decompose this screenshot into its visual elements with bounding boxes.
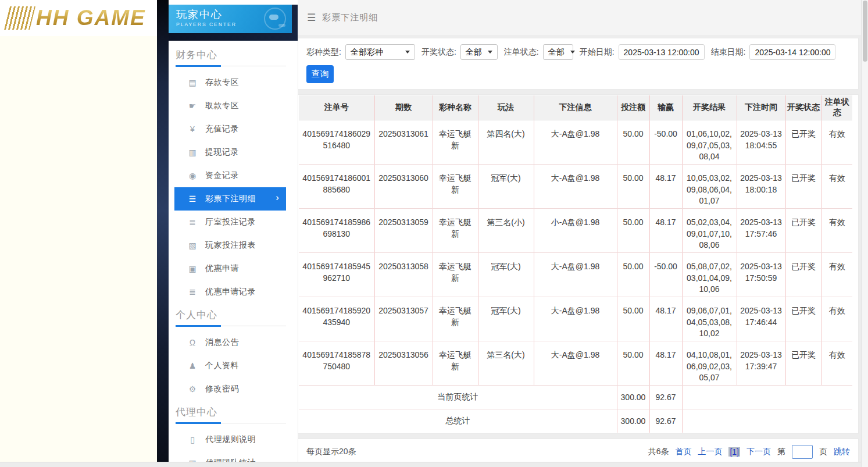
sidebar-item-label: 优惠申请记录 <box>205 287 256 297</box>
divider-accent <box>176 65 221 67</box>
sidebar-item-profile[interactable]: ♟个人资料 <box>169 354 298 377</box>
sidebar-item-agent-rules[interactable]: ▯代理规则说明 <box>169 428 298 451</box>
withdraw-hand-icon: ☛ <box>187 101 198 110</box>
table-cell: 有效 <box>821 253 852 297</box>
column-header: 投注额 <box>617 95 649 120</box>
table-cell: 2025-03-13 18:00:18 <box>737 165 785 209</box>
table-cell: -50.00 <box>649 253 682 297</box>
sidebar-item-lottery-bet-details[interactable]: ☰彩票下注明细› <box>174 187 286 211</box>
column-header: 下注信息 <box>534 95 617 120</box>
table-cell: 有效 <box>821 341 852 386</box>
table-cell: 有效 <box>821 120 852 165</box>
sidebar-item-label: 代理规则说明 <box>205 434 256 445</box>
next-page-link[interactable]: 下一页 <box>746 447 771 457</box>
sidebar-item-promo-apply[interactable]: ▣优惠申请 <box>169 257 298 280</box>
menu-icon[interactable]: ☰ <box>307 12 316 24</box>
table-cell: 2025-03-13 18:04:55 <box>737 120 785 165</box>
sidebar-item-hall-bet-records[interactable]: ≣厅室投注记录 <box>169 211 298 234</box>
sidebar-item-funds-records[interactable]: ◉资金记录 <box>169 164 298 187</box>
promo-records-icon: ≣ <box>187 287 198 297</box>
players-center-header: 玩家中心 PLAYERS CENTER <box>169 5 292 33</box>
chevron-right-icon: › <box>276 192 279 204</box>
table-cell: 401569174185945962710 <box>299 253 374 297</box>
jump-link[interactable]: 跳转 <box>834 447 850 457</box>
table-cell: 有效 <box>821 297 852 341</box>
table-cell: 大-A盘@1.98 <box>534 297 617 341</box>
draw-status-label: 开奖状态: <box>422 47 456 58</box>
table-cell: 2025-03-13 17:57:46 <box>737 209 785 253</box>
table-cell: 小-A盘@1.98 <box>534 209 617 253</box>
search-button[interactable]: 查询 <box>306 65 334 83</box>
sidebar-item-deposit-zone[interactable]: ▤存款专区 <box>169 71 298 94</box>
draw-status-select[interactable]: 全部 <box>460 44 498 60</box>
table-cell: 05,08,07,02,03,01,04,09,10,06 <box>682 253 737 297</box>
page-number-input[interactable] <box>792 445 813 459</box>
table-cell: 50.00 <box>617 253 649 297</box>
sidebar-item-promo-apply-records[interactable]: ≣优惠申请记录 <box>169 280 298 304</box>
main-content: ☰ 彩票下注明细 彩种类型: 全部彩种 开奖状态: 全部 <box>298 0 861 467</box>
bet-records-table: 注单号期数彩种名称玩法下注信息投注额输赢开奖结果下注时间开奖状态注单状态 401… <box>299 95 852 433</box>
sidebar-header-strip: 玩家中心 PLAYERS CENTER <box>169 5 298 41</box>
table-cell: 已开奖 <box>785 209 821 253</box>
table-cell: 有效 <box>821 165 852 209</box>
table-panel: 注单号期数彩种名称玩法下注信息投注额输赢开奖结果下注时间开奖状态注单状态 401… <box>298 94 859 434</box>
sidebar-item-player-bet-report[interactable]: ▧玩家投注报表 <box>169 234 298 257</box>
summary-empty <box>682 409 852 433</box>
table-cell: 401569174185986698130 <box>299 209 374 253</box>
page-suffix-label: 页 <box>819 447 827 457</box>
table-cell: 大-A盘@1.98 <box>534 165 617 209</box>
table-cell: 09,06,07,01,04,05,03,08,10,02 <box>682 297 737 341</box>
sidebar-item-label: 资金记录 <box>205 170 239 181</box>
table-cell: 幸运飞艇新 <box>433 253 478 297</box>
horizontal-scrollbar[interactable] <box>0 462 861 467</box>
column-header: 下注时间 <box>737 95 785 120</box>
table-cell: 已开奖 <box>785 165 821 209</box>
column-header: 期数 <box>374 95 433 120</box>
sidebar-item-label: 消息公告 <box>205 337 239 348</box>
document-icon: ▯ <box>187 435 198 444</box>
table-cell: 50.00 <box>617 209 649 253</box>
lottery-type-select[interactable]: 全部彩种 <box>345 44 415 60</box>
table-cell: 50.00 <box>617 120 649 165</box>
section-divider <box>176 422 286 424</box>
sidebar-item-change-password[interactable]: ⚙修改密码 <box>169 377 298 401</box>
table-cell: 幸运飞艇新 <box>433 120 478 165</box>
sidebar-section-title: 代理中心 <box>176 405 291 419</box>
end-date-label: 结束日期: <box>711 47 746 58</box>
start-date-input[interactable] <box>619 44 705 60</box>
first-page-link[interactable]: 首页 <box>675 447 691 457</box>
summary-row: 当前页统计300.0092.67 <box>299 386 852 409</box>
vertical-scrollbar-thumb[interactable] <box>863 1 867 62</box>
sidebar-item-label: 优惠申请 <box>205 263 239 274</box>
column-header: 注单状态 <box>821 95 852 120</box>
end-date-input[interactable] <box>749 44 835 60</box>
sidebar-item-recharge-records[interactable]: ¥充值记录 <box>169 117 298 141</box>
prev-page-link[interactable]: 上一页 <box>698 447 722 457</box>
chevron-down-icon <box>405 51 410 54</box>
table-row: 40156917418598669813020250313059幸运飞艇新第三名… <box>299 209 852 253</box>
order-status-select[interactable]: 全部 <box>543 44 573 60</box>
column-header: 彩种名称 <box>433 95 478 120</box>
table-cell: 401569174186001885680 <box>299 165 374 209</box>
order-status-value: 全部 <box>548 47 565 58</box>
sidebar-item-withdraw-zone[interactable]: ☛取款专区 <box>169 94 298 117</box>
table-cell: 第四名(大) <box>478 120 534 165</box>
table-cell: 有效 <box>821 209 852 253</box>
sidebar-item-label: 取款专区 <box>205 101 239 111</box>
vertical-scrollbar[interactable] <box>861 0 868 467</box>
table-cell: 冠军(大) <box>478 253 534 297</box>
table-cell: 50.00 <box>617 341 649 386</box>
table-cell: 401569174185920435940 <box>299 297 374 341</box>
sidebar-item-messages[interactable]: Ω消息公告 <box>169 331 298 354</box>
section-divider <box>176 65 286 67</box>
table-cell: 幸运飞艇新 <box>433 341 478 386</box>
sidebar-item-withdrawal-records[interactable]: ▥提现记录 <box>169 141 298 164</box>
current-page-indicator[interactable]: [1] <box>728 447 740 457</box>
table-cell: 50.00 <box>617 297 649 341</box>
table-cell: 已开奖 <box>785 253 821 297</box>
sidebar: 玩家中心 PLAYERS CENTER 财务中心▤存款专区☛取款专区¥充值记录▥… <box>169 0 298 467</box>
total-count-text: 共6条 <box>648 447 669 457</box>
divider-accent <box>176 422 221 424</box>
table-cell: 冠军(大) <box>478 165 534 209</box>
chevron-down-icon <box>570 51 575 54</box>
